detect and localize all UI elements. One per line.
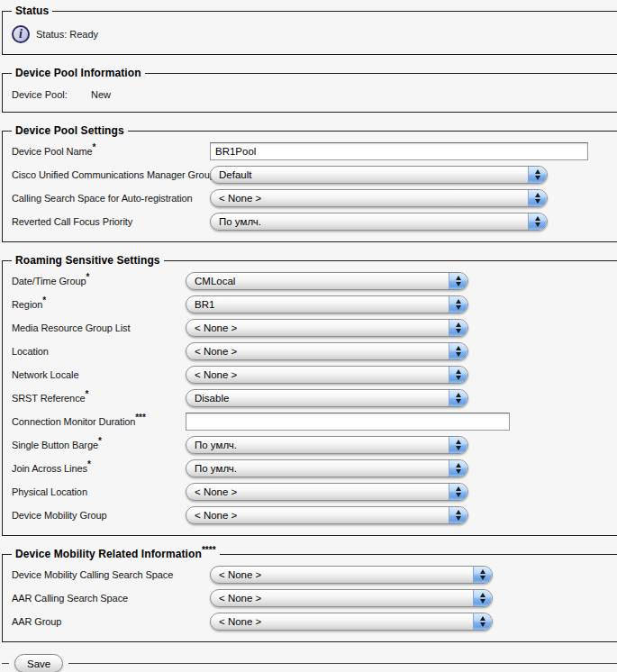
roaming-sensitive-settings-title: Roaming Sensitive Settings — [12, 254, 164, 267]
connection-monitor-duration-input[interactable] — [186, 413, 510, 431]
field-row-media-resource-group-list: Media Resource Group List < None > — [12, 316, 617, 340]
region-label: Region* — [12, 299, 186, 310]
field-row-css-autoregistration: Calling Search Space for Auto-registrati… — [12, 186, 617, 210]
field-row-reverted-call-focus: Reverted Call Focus Priority По умлч. — [12, 210, 617, 233]
device-mobility-related-section: Device Mobility Related Information**** … — [2, 548, 617, 642]
field-row-aar-css: AAR Calling Search Space < None > — [12, 586, 617, 610]
select-arrows-icon — [449, 296, 467, 313]
device-pool-label: Device Pool: — [12, 89, 91, 100]
status-section-title: Status — [12, 5, 52, 17]
field-row-date-time-group: Date/Time Group* CMLocal — [12, 269, 617, 293]
status-row: i Status: Ready — [12, 20, 617, 46]
date-time-group-label: Date/Time Group* — [12, 276, 186, 286]
info-icon: i — [12, 25, 30, 43]
select-arrows-icon — [449, 390, 467, 406]
select-arrows-icon — [449, 320, 467, 336]
css-autoregistration-label: Calling Search Space for Auto-registrati… — [12, 193, 210, 204]
single-button-barge-select[interactable]: По умлч. — [186, 436, 468, 454]
select-arrows-icon — [449, 273, 467, 289]
date-time-group-select[interactable]: CMLocal — [186, 272, 468, 290]
select-arrows-icon — [449, 437, 467, 453]
device-pool-value: New — [91, 89, 111, 100]
cucm-group-label: Cisco Unified Communications Manager Gro… — [12, 169, 210, 180]
reverted-call-focus-label: Reverted Call Focus Priority — [12, 216, 210, 227]
select-arrows-icon — [473, 567, 492, 583]
field-row-join-across-lines: Join Across Lines* По умлч. — [12, 457, 617, 480]
media-resource-group-list-select[interactable]: < None > — [186, 319, 468, 337]
cucm-group-select[interactable]: Default — [210, 166, 548, 184]
roaming-sensitive-settings-section: Roaming Sensitive Settings Date/Time Gro… — [2, 254, 617, 536]
srst-reference-select[interactable]: Disable — [186, 389, 468, 407]
media-resource-group-list-label: Media Resource Group List — [12, 322, 186, 333]
physical-location-select[interactable]: < None > — [186, 483, 468, 501]
select-arrows-icon — [449, 507, 467, 523]
device-pool-information-section: Device Pool Information Device Pool: New — [2, 67, 617, 113]
save-button[interactable]: Save — [14, 654, 63, 672]
field-row-location: Location < None > — [12, 340, 617, 363]
location-label: Location — [12, 346, 186, 357]
field-row-physical-location: Physical Location < None > — [12, 480, 617, 504]
network-locale-select[interactable]: < None > — [186, 366, 468, 384]
save-bar-line-right — [68, 663, 617, 664]
css-autoregistration-select[interactable]: < None > — [210, 189, 548, 207]
save-bar: Save — [2, 654, 617, 672]
location-select[interactable]: < None > — [186, 342, 468, 360]
select-arrows-icon — [473, 613, 492, 630]
device-pool-information-title: Device Pool Information — [12, 67, 145, 79]
device-mobility-group-select[interactable]: < None > — [186, 506, 468, 524]
device-pool-settings-title: Device Pool Settings — [12, 124, 128, 137]
field-row-device-pool-name: Device Pool Name* — [12, 140, 617, 163]
field-row-srst-reference: SRST Reference* Disable — [12, 386, 617, 410]
select-arrows-icon — [473, 590, 492, 606]
save-bar-line-left — [2, 663, 9, 664]
field-row-cucm-group: Cisco Unified Communications Manager Gro… — [12, 163, 617, 186]
join-across-lines-label: Join Across Lines* — [12, 463, 186, 474]
single-button-barge-label: Single Button Barge* — [12, 440, 186, 450]
network-locale-label: Network Locale — [12, 369, 186, 380]
join-across-lines-select[interactable]: По умлч. — [186, 459, 468, 477]
status-section: Status i Status: Ready — [2, 5, 617, 55]
field-row-device-mobility-group: Device Mobility Group < None > — [12, 504, 617, 527]
physical-location-label: Physical Location — [12, 486, 186, 497]
field-row-network-locale: Network Locale < None > — [12, 363, 617, 386]
field-row-aar-group: AAR Group < None > — [12, 610, 617, 633]
field-row-connection-monitor-duration: Connection Monitor Duration*** — [12, 410, 617, 433]
connection-monitor-duration-label: Connection Monitor Duration*** — [12, 416, 186, 427]
select-arrows-icon — [449, 484, 467, 500]
aar-group-label: AAR Group — [12, 616, 210, 627]
device-pool-row: Device Pool: New — [12, 82, 617, 104]
aar-group-select[interactable]: < None > — [210, 613, 493, 631]
field-row-device-mobility-css: Device Mobility Calling Search Space < N… — [12, 563, 617, 586]
field-row-region: Region* BR1 — [12, 293, 617, 316]
device-mobility-group-label: Device Mobility Group — [12, 510, 186, 521]
select-arrows-icon — [449, 367, 467, 383]
select-arrows-icon — [528, 213, 547, 230]
reverted-call-focus-select[interactable]: По умлч. — [210, 213, 548, 231]
device-pool-settings-section: Device Pool Settings Device Pool Name* C… — [2, 124, 617, 242]
select-arrows-icon — [449, 460, 467, 477]
select-arrows-icon — [449, 343, 467, 359]
region-select[interactable]: BR1 — [186, 295, 468, 313]
status-text: Status: Ready — [36, 29, 98, 40]
device-mobility-related-title: Device Mobility Related Information**** — [12, 548, 220, 560]
field-row-single-button-barge: Single Button Barge* По умлч. — [12, 433, 617, 457]
device-mobility-css-select[interactable]: < None > — [210, 566, 493, 584]
device-pool-name-label: Device Pool Name* — [12, 146, 210, 157]
select-arrows-icon — [528, 190, 547, 206]
select-arrows-icon — [528, 167, 547, 183]
device-pool-name-input[interactable] — [210, 142, 588, 160]
aar-css-label: AAR Calling Search Space — [12, 593, 210, 604]
srst-reference-label: SRST Reference* — [12, 393, 186, 404]
device-pool-configuration-page: Status i Status: Ready Device Pool Infor… — [0, 0, 617, 672]
device-mobility-css-label: Device Mobility Calling Search Space — [12, 569, 210, 580]
aar-css-select[interactable]: < None > — [210, 589, 493, 607]
